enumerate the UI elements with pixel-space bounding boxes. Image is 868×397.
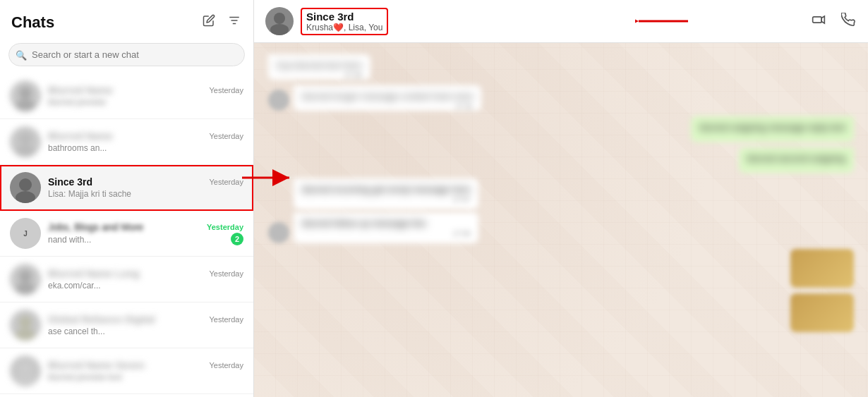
chat-list: Blurred Name Yesterday blurred preview B…	[0, 73, 253, 397]
messages-area: Kya blurred text here 17:29 blurred long…	[254, 43, 868, 397]
avatar	[10, 172, 41, 203]
svg-point-3	[19, 87, 32, 99]
message-time: 17:57	[302, 196, 470, 204]
svg-point-5	[19, 133, 32, 145]
message-time: 17:31	[302, 103, 473, 111]
message-row	[268, 249, 854, 288]
message-avatar	[268, 90, 289, 111]
chat-name: Global Reliance Digital	[48, 314, 155, 325]
svg-point-8	[16, 191, 35, 203]
chat-preview-since-3rd: Lisa: Majja kri ti sache	[48, 189, 243, 199]
message-avatar	[268, 222, 289, 243]
chat-name: Blurred Name	[48, 85, 113, 96]
message-row: blurred incoming get emoji message here …	[268, 178, 854, 243]
list-item[interactable]: Global Reliance Digital Yesterday ase ca…	[0, 303, 253, 348]
sidebar-header: Chats	[0, 0, 253, 39]
chat-time: Yesterday	[209, 315, 243, 324]
voice-call-button[interactable]	[840, 11, 857, 32]
chat-name-jobs: Jobs, Blogs and More	[48, 221, 143, 233]
chat-info: Blurred Name Seven Yesterday blurred pre…	[48, 360, 243, 382]
svg-rect-18	[813, 16, 822, 22]
chat-info-jobs: Jobs, Blogs and More Yesterday nand with…	[48, 221, 243, 245]
message-bubble: blurred incoming get emoji message here …	[294, 178, 478, 209]
message-row: blurred longer message content here wow …	[268, 85, 854, 111]
chat-header-name-box: Since 3rd Krusha❤️, Lisa, You	[301, 8, 388, 35]
message-time: 17:59	[302, 230, 470, 238]
filter-button[interactable]	[227, 13, 242, 32]
search-bar: 🔍	[0, 39, 253, 73]
chat-header-name: Since 3rd	[306, 11, 382, 23]
list-item[interactable]: Blurred Name Long Yesterday eka.com/car.…	[0, 257, 253, 303]
chat-header-info: Since 3rd Krusha❤️, Lisa, You	[301, 8, 388, 35]
unread-badge: 2	[231, 233, 243, 245]
chat-info: Global Reliance Digital Yesterday ase ca…	[48, 314, 243, 336]
list-item[interactable]: Blurred Name Yesterday blurred preview	[0, 73, 253, 119]
chat-time-since-3rd: Yesterday	[209, 178, 243, 186]
chat-info: Blurred Name Long Yesterday eka.com/car.…	[48, 268, 243, 291]
chat-preview: bathrooms an...	[48, 143, 243, 153]
chat-info: Blurred Name Yesterday bathrooms an...	[48, 130, 243, 153]
list-item[interactable]: Blurred Name Yesterday bathrooms an...	[0, 119, 253, 165]
svg-point-4	[16, 99, 35, 111]
message-bubble: blurred outgoing message reply text	[691, 116, 854, 142]
list-item-jobs[interactable]: J Jobs, Blogs and More Yesterday nand wi…	[0, 211, 253, 257]
chat-preview-jobs: nand with...	[48, 235, 91, 245]
sidebar-header-icons	[201, 13, 242, 32]
search-icon: 🔍	[16, 49, 27, 60]
avatar	[10, 310, 41, 341]
message-time: 17:29	[277, 72, 362, 80]
svg-point-16	[270, 24, 289, 35]
svg-point-14	[16, 374, 35, 386]
chat-info: Blurred Name Yesterday blurred preview	[48, 85, 243, 107]
chat-preview: eka.com/car...	[48, 281, 243, 291]
chat-time: Yesterday	[209, 86, 243, 94]
chat-preview: ase cancel th...	[48, 326, 243, 336]
chat-preview: blurred preview text	[48, 372, 243, 382]
message-bubble: Kya blurred text here 17:29	[268, 54, 370, 80]
avatar	[10, 355, 41, 386]
video-call-button[interactable]	[810, 11, 827, 32]
svg-point-10	[16, 283, 35, 295]
message-row: blurred second outgoing	[268, 147, 854, 173]
avatar: J	[10, 218, 41, 249]
chat-time: Yesterday	[209, 132, 243, 140]
message-image	[790, 249, 854, 288]
main-chat: Since 3rd Krusha❤️, Lisa, You	[254, 0, 868, 397]
svg-point-13	[19, 362, 32, 374]
message-bubble: blurred follow up message line 17:59	[294, 212, 478, 243]
svg-point-9	[19, 270, 32, 283]
chat-name: Blurred Name Seven	[48, 360, 145, 371]
svg-point-11	[19, 316, 32, 329]
svg-point-7	[19, 178, 32, 191]
message-bubble: blurred second outgoing	[739, 147, 855, 173]
sidebar: Chats 🔍	[0, 0, 254, 397]
message-row: Kya blurred text here 17:29	[268, 54, 854, 80]
search-input[interactable]	[8, 43, 245, 66]
chat-name: Blurred Name Long	[48, 268, 140, 279]
sidebar-title: Chats	[11, 13, 54, 32]
svg-point-15	[274, 13, 285, 24]
new-chat-button[interactable]	[201, 13, 217, 32]
message-image	[790, 293, 854, 332]
chat-time: Yesterday	[209, 269, 243, 278]
svg-point-6	[16, 145, 35, 157]
message-row: blurred outgoing message reply text	[268, 116, 854, 142]
chat-avatar	[265, 7, 294, 35]
list-item[interactable]: Blurred Name Seven Yesterday blurred pre…	[0, 348, 253, 394]
chat-name: Blurred Name	[48, 130, 113, 142]
avatar	[10, 80, 41, 111]
chat-header-left: Since 3rd Krusha❤️, Lisa, You	[265, 7, 388, 35]
chat-time: Yesterday	[209, 361, 243, 369]
chat-info-since-3rd: Since 3rd Yesterday Lisa: Majja kri ti s…	[48, 176, 243, 199]
message-bubble: blurred longer message content here wow …	[294, 85, 481, 111]
avatar	[10, 264, 41, 295]
list-item-since-3rd[interactable]: Since 3rd Yesterday Lisa: Majja kri ti s…	[0, 165, 253, 211]
svg-point-12	[16, 329, 35, 341]
message-row	[268, 293, 854, 332]
chat-name-since-3rd: Since 3rd	[48, 176, 92, 188]
chat-time-jobs: Yesterday	[207, 223, 243, 231]
chat-header: Since 3rd Krusha❤️, Lisa, You	[254, 0, 868, 43]
chat-preview: blurred preview	[48, 97, 243, 107]
avatar	[10, 126, 41, 157]
chat-header-subtitle: Krusha❤️, Lisa, You	[306, 23, 382, 32]
